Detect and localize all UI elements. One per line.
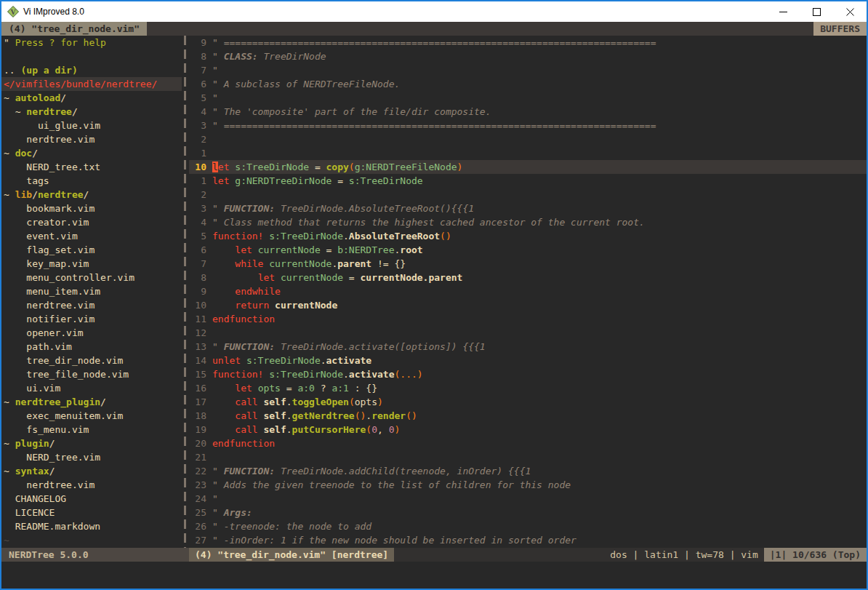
text-span: " A subclass of NERDTreeFileNode. [212, 79, 400, 89]
tree-row[interactable]: menu_item.vim [4, 284, 182, 298]
tree-row[interactable]: ~ lib/nerdtree/ [4, 188, 182, 202]
code-line[interactable]: 21 [189, 450, 867, 464]
tree-row[interactable]: path.vim [4, 340, 182, 354]
code-line[interactable]: 24" [189, 492, 867, 506]
tree-row[interactable]: nerdtree.vim [4, 298, 182, 312]
code-line[interactable]: 7 while currentNode.parent != {} [189, 257, 867, 271]
maximize-button[interactable] [800, 1, 833, 22]
text-span: call [235, 424, 257, 435]
text-span: event.vim [4, 231, 78, 242]
text-span: getNerdtree [292, 410, 355, 421]
code-line[interactable]: 5function! s:TreeDirNode.AbsoluteTreeRoo… [189, 229, 867, 243]
text-span: . [366, 410, 371, 421]
code-line[interactable]: 10 return currentNode [189, 298, 867, 312]
line-number: 17 [189, 395, 206, 409]
text-span: ) [457, 162, 463, 172]
code-line[interactable]: 3" FUNCTION: TreeDirNode.AbsoluteTreeRoo… [189, 202, 867, 215]
code-line[interactable]: 3" =====================================… [189, 119, 867, 132]
tree-row[interactable]: NERD_tree.vim [4, 450, 182, 464]
tree-row[interactable]: event.vim [4, 229, 182, 243]
tree-row[interactable]: ~ nerdtree_plugin/ [4, 395, 182, 409]
code-line[interactable]: 2 [189, 132, 867, 146]
code-line[interactable]: 1 [189, 146, 867, 160]
tree-row[interactable]: </vimfiles/bundle/nerdtree/ [1, 77, 182, 91]
tree-row[interactable]: creator.vim [4, 215, 182, 229]
tree-row[interactable]: LICENCE [4, 506, 182, 519]
code-line[interactable]: 13" FUNCTION: TreeDirNode.activate([opti… [189, 340, 867, 354]
code-line[interactable]: 2 [189, 188, 867, 202]
code-line[interactable]: 19 call self.putCursorHere(0, 0) [189, 423, 867, 436]
code-line[interactable]: 22" FUNCTION: TreeDirNode.addChild(treen… [189, 464, 867, 478]
text-span [212, 286, 235, 297]
tree-row[interactable]: README.markdown [4, 519, 182, 533]
minimize-button[interactable] [766, 1, 800, 22]
tree-row[interactable]: notifier.vim [4, 312, 182, 326]
tree-row[interactable]: ~ autoload/ [4, 91, 182, 105]
code-line[interactable]: 11endfunction [189, 312, 867, 326]
text-span: opts [258, 383, 281, 394]
close-button[interactable] [833, 1, 867, 22]
text-span: render [371, 410, 406, 421]
nerdtree-status: NERDTree 5.0.0 [1, 548, 189, 562]
tree-row[interactable]: ~ syntax/ [4, 464, 182, 478]
tree-row[interactable]: bookmark.vim [4, 202, 182, 215]
text-span: Press ? for help [15, 37, 106, 48]
code-line[interactable]: 27" -inOrder: 1 if the new node should b… [189, 533, 867, 547]
tree-row[interactable]: ~ [4, 533, 182, 547]
text-span: TreeDirNode [258, 51, 326, 62]
tree-row[interactable]: ui_glue.vim [4, 119, 182, 132]
tree-row[interactable]: ~ doc/ [4, 146, 182, 160]
code-line-current[interactable]: 10let s:TreeDirNode = copy(g:NERDTreeFil… [189, 160, 867, 174]
tree-row[interactable]: tree_dir_node.vim [4, 354, 182, 367]
tree-row[interactable]: key_map.vim [4, 257, 182, 271]
code-line[interactable]: 14unlet s:TreeDirNode.activate [189, 354, 867, 367]
code-line[interactable]: 26" -treenode: the node to add [189, 519, 867, 533]
code-line[interactable]: 7" [189, 63, 867, 77]
tree-row[interactable]: exec_menuitem.vim [4, 409, 182, 423]
text-span: syntax [15, 466, 49, 477]
tree-row[interactable]: tags [4, 174, 182, 188]
text-span: " ======================================… [212, 120, 656, 131]
tree-row[interactable]: fs_menu.vim [4, 423, 182, 436]
code-line[interactable]: 9" =====================================… [189, 36, 867, 49]
code-line[interactable]: 18 call self.getNerdtree().render() [189, 409, 867, 423]
tree-row[interactable]: flag_set.vim [4, 243, 182, 257]
tree-row[interactable]: " Press ? for help [4, 36, 182, 49]
text-span: s:TreeDirNode [246, 355, 321, 366]
tree-row[interactable]: ui.vim [4, 381, 182, 395]
tree-row[interactable]: nerdtree.vim [4, 132, 182, 146]
code-line[interactable]: 6 let currentNode = b:NERDTree.root [189, 243, 867, 257]
tree-row[interactable]: menu_controller.vim [4, 271, 182, 284]
tree-row[interactable]: ~ plugin/ [4, 436, 182, 450]
window-separator[interactable] [182, 36, 189, 548]
tree-row[interactable]: CHANGELOG [4, 492, 182, 506]
text-span: lib [15, 189, 32, 200]
code-line[interactable]: 23" Adds the given treenode to the list … [189, 478, 867, 492]
tree-row[interactable]: nerdtree.vim [4, 478, 182, 492]
text-span: AbsoluteTreeRoot [349, 231, 440, 242]
line-number: 19 [189, 423, 206, 436]
tree-row[interactable]: ~ nerdtree/ [4, 105, 182, 119]
code-line[interactable]: 8" CLASS: TreeDirNode [189, 49, 867, 63]
tab-tree-dir-node[interactable]: (4) "tree_dir_node.vim" [1, 22, 147, 36]
code-line[interactable]: 6" A subclass of NERDTreeFileNode. [189, 77, 867, 91]
tree-row[interactable]: .. (up a dir) [4, 63, 182, 77]
code-line[interactable]: 8 let currentNode = currentNode.parent [189, 271, 867, 284]
code-line[interactable]: 16 let opts = a:0 ? a:1 : {} [189, 381, 867, 395]
code-line[interactable]: 17 call self.toggleOpen(opts) [189, 395, 867, 409]
line-number: 14 [189, 354, 206, 367]
code-pane: 9" =====================================… [189, 36, 867, 548]
code-line[interactable]: 15function! s:TreeDirNode.activate(...) [189, 367, 867, 381]
code-line[interactable]: 4" The 'composite' part of the file/dir … [189, 105, 867, 119]
code-line[interactable]: 9 endwhile [189, 284, 867, 298]
code-line[interactable]: 20endfunction [189, 436, 867, 450]
code-line[interactable]: 25" Args: [189, 506, 867, 519]
tree-row[interactable]: NERD_tree.txt [4, 160, 182, 174]
code-line[interactable]: 5" [189, 91, 867, 105]
code-line[interactable]: 12 [189, 326, 867, 340]
text-span: let [235, 244, 252, 255]
tree-row[interactable]: tree_file_node.vim [4, 367, 182, 381]
tree-row[interactable]: opener.vim [4, 326, 182, 340]
code-line[interactable]: 4" Class method that returns the highest… [189, 215, 867, 229]
code-line[interactable]: 1let g:NERDTreeDirNode = s:TreeDirNode [189, 174, 867, 188]
